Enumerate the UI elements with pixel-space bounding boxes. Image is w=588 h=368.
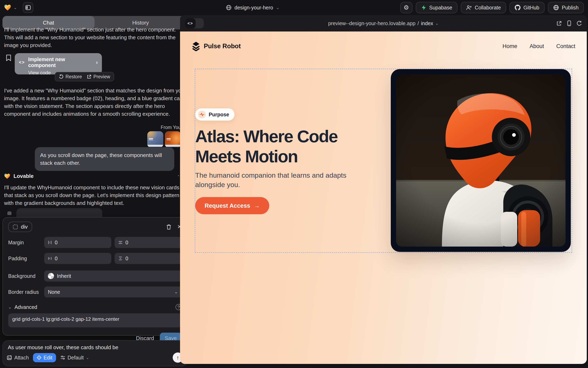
code-toggle-icon: <> (185, 18, 196, 28)
bookmark-icon[interactable] (6, 54, 11, 61)
advanced-chevron-down-icon: ⌄ (8, 305, 12, 310)
assistant-header: Lovable (4, 173, 34, 179)
selected-element-chip[interactable]: div (8, 222, 32, 232)
logo-chevron-down-icon[interactable]: ⌄ (13, 6, 17, 9)
nav-link-about[interactable]: About (530, 43, 544, 49)
hero-description: The humanoid companion that learns and a… (195, 171, 347, 189)
margin-x-field[interactable] (44, 237, 111, 248)
nav-link-contact[interactable]: Contact (556, 43, 575, 49)
arrow-right-icon: → (254, 202, 260, 209)
attach-label: Attach (14, 355, 29, 361)
hero-title: Atlas: Where Code Meets Motion (195, 126, 375, 166)
component-card[interactable]: <> Implement new component › View code (15, 53, 102, 74)
attachment-thumbnail-orange[interactable] (165, 131, 181, 147)
trash-icon (166, 224, 171, 230)
nav-link-home[interactable]: Home (503, 43, 517, 49)
globe-icon (226, 5, 232, 10)
publish-globe-icon (553, 5, 559, 10)
project-switcher[interactable]: design-your-hero ⌄ (226, 0, 279, 15)
site-brand[interactable]: Pulse Robot (191, 41, 241, 51)
restore-icon (59, 74, 63, 79)
margin-y-field[interactable] (114, 237, 182, 248)
supabase-button[interactable]: Supabase (416, 2, 458, 13)
attachment-thumbnails (147, 131, 181, 147)
collaborate-label: Collaborate (475, 5, 501, 11)
advanced-section-header[interactable]: ⌄ Advanced ? (8, 304, 182, 310)
selected-element-tag: div (21, 224, 28, 230)
background-label: Background (8, 273, 44, 279)
edit-mode-button[interactable]: Edit (33, 353, 56, 362)
assistant-message-1: I'll implement the "Why Humanoid" sectio… (4, 26, 185, 49)
open-in-new-tab-button[interactable] (557, 21, 562, 26)
target-icon (37, 355, 42, 360)
project-name: design-your-hero (235, 5, 273, 11)
assistant-name: Lovable (13, 173, 34, 179)
lovable-logo-icon[interactable] (4, 4, 11, 11)
attach-image-icon (7, 355, 12, 360)
preview-browser-bar: <> preview--design-your-hero.lovable.app… (180, 15, 587, 31)
padding-y-input[interactable] (125, 256, 178, 261)
chat-input[interactable]: As user mouse roll over, these cards sho… (8, 344, 182, 351)
code-preview-toggle[interactable]: <> (185, 18, 204, 28)
border-radius-label: Border radius (8, 289, 44, 295)
publish-label: Publish (562, 5, 579, 11)
refresh-button[interactable] (577, 21, 582, 26)
external-link-icon (87, 74, 91, 79)
component-card-title: Implement new component (28, 56, 93, 68)
hero-badge: Purpose (195, 108, 235, 121)
padding-x-field[interactable] (44, 253, 111, 264)
attach-button[interactable]: Attach (7, 355, 29, 361)
border-radius-value: None (48, 289, 60, 295)
edit-label: Edit (44, 355, 52, 361)
preview-webpage: Pulse Robot Home About Contact Purpose A… (180, 31, 587, 364)
code-icon: <> (19, 60, 25, 65)
mode-label: Default (67, 355, 84, 361)
supabase-label: Supabase (429, 5, 452, 11)
chat-panel: Chat History I'll implement the "Why Hum… (2, 15, 187, 368)
background-field[interactable]: Inherit (44, 270, 182, 282)
background-swatch-icon (48, 273, 54, 279)
mode-select[interactable]: Default ⌄ (60, 355, 89, 361)
inspector-header: div ✕ (8, 222, 182, 232)
mobile-view-button[interactable] (567, 20, 571, 26)
select-chevron-down-icon: ⌄ (174, 289, 178, 294)
collaborate-button[interactable]: Collaborate (461, 2, 506, 13)
chevron-right-icon: › (96, 59, 98, 66)
sidebar-toggle-icon (25, 5, 31, 10)
preview-button[interactable]: Preview (87, 74, 110, 80)
padding-label: Padding (8, 256, 44, 261)
padding-vertical-icon (118, 256, 123, 261)
preview-label: Preview (94, 74, 110, 80)
hidden-bookmark-sliver (7, 212, 11, 215)
project-chevron-down-icon: ⌄ (276, 6, 279, 9)
padding-x-input[interactable] (55, 256, 108, 261)
tailwind-classes-textarea[interactable]: grid grid-cols-1 lg:grid-cols-2 gap-12 i… (8, 313, 182, 327)
dashed-box-icon (13, 224, 18, 230)
margin-x-input[interactable] (55, 239, 108, 246)
restore-button[interactable]: Restore (59, 74, 82, 80)
assistant-message-2: I've added a new "Why Humanoid" section … (4, 87, 187, 118)
hero-badge-label: Purpose (209, 112, 229, 118)
top-bar-actions: ⚙ Supabase Collaborate (400, 2, 584, 13)
chat-input-box[interactable]: As user mouse roll over, these cards sho… (2, 340, 187, 366)
mode-chevron-down-icon: ⌄ (86, 356, 89, 360)
external-link-icon (557, 21, 562, 26)
border-radius-row: Border radius None ⌄ (8, 286, 182, 297)
attachment-thumbnail-blue[interactable] (147, 131, 163, 147)
element-inspector-panel: div ✕ Margin (2, 217, 187, 336)
margin-y-input[interactable] (125, 239, 178, 246)
github-button[interactable]: GitHub (509, 2, 545, 13)
request-access-button[interactable]: Request Access → (195, 197, 269, 214)
preview-url-bar[interactable]: preview--design-your-hero.lovable.app / … (328, 20, 439, 26)
toggle-sidebar-button[interactable] (23, 2, 33, 13)
github-icon (515, 5, 521, 10)
delete-element-button[interactable] (166, 224, 171, 230)
settings-button[interactable]: ⚙ (400, 2, 412, 13)
publish-button[interactable]: Publish (548, 2, 584, 13)
top-bar-left: ⌄ (4, 2, 33, 13)
padding-y-field[interactable] (114, 253, 182, 264)
margin-vertical-icon (118, 240, 123, 245)
border-radius-select[interactable]: None ⌄ (44, 286, 182, 297)
hero-image-card (391, 69, 571, 252)
site-nav: Pulse Robot Home About Contact (180, 31, 587, 51)
